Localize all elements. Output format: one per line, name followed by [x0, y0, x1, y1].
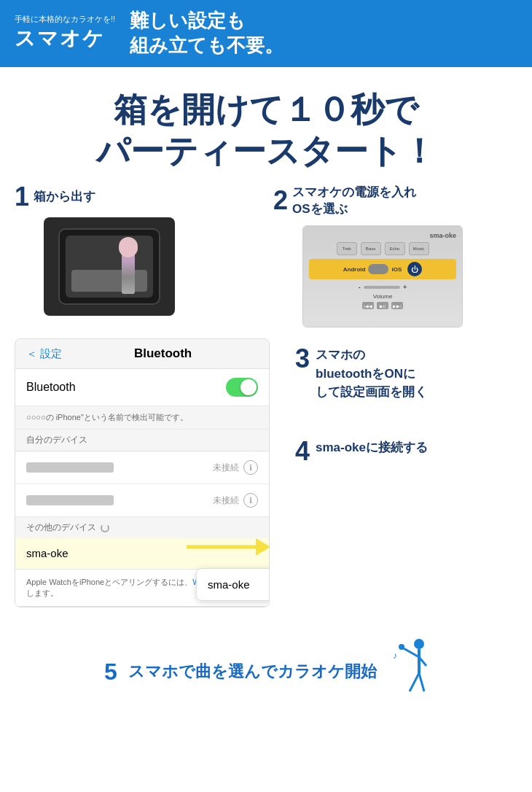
step2-label-line2: OSを選ぶ [292, 201, 416, 218]
ios-label: iOS [391, 266, 402, 273]
singer-silhouette: ♪ [391, 637, 428, 706]
svg-point-2 [414, 639, 424, 649]
header-tagline: 難しい設定も 組み立ても不要。 [130, 9, 283, 58]
scanning-spinner [101, 524, 109, 532]
step5-number: 5 [104, 660, 117, 683]
svg-line-4 [402, 648, 419, 657]
step3-label-line1: スマホの [316, 346, 427, 365]
hero-line1: 箱を開けて１０秒で [114, 90, 418, 128]
device1-info-icon[interactable]: ℹ [243, 460, 258, 475]
device2-right: 未接続 ℹ [213, 493, 258, 508]
toggle-knob [240, 379, 257, 395]
connected-device-name: sma-oke [208, 578, 270, 591]
my-devices-header: 自分のデバイス [15, 430, 269, 451]
step2-header: 2 スマオケの電源を入れ OSを選ぶ [273, 184, 416, 219]
page-header: 手軽に本格的なカラオケを!! スマオケ 難しい設定も 組み立ても不要。 [0, 0, 532, 67]
step3-label-line2: bluetoothをONに [316, 365, 427, 384]
bluetooth-screenshot: ＜ 設定 Bluetooth Bluetooth ○○○○の iPhone"とい… [15, 338, 270, 607]
bluetooth-title: Bluetooth [68, 346, 258, 361]
power-button[interactable]: ⏻ [407, 262, 422, 276]
step1-number: 1 [15, 184, 29, 210]
volume-label: Volume [309, 293, 456, 300]
svg-line-6 [410, 673, 419, 691]
step3-label-line3: して設定画面を開く [316, 383, 427, 402]
step2-label-line1: スマオケの電源を入れ [292, 184, 416, 201]
device2-name [26, 495, 114, 505]
logo-area: 手軽に本格的なカラオケを!! スマオケ [15, 14, 115, 53]
device2-status: 未接続 [213, 494, 239, 507]
hero-line2: パーティースタート！ [96, 132, 436, 170]
svg-text:♪: ♪ [393, 651, 397, 661]
yellow-arrow [183, 532, 270, 562]
step3-box: 3 スマホの bluetoothをONに して設定画面を開く [295, 346, 517, 402]
bluetooth-steps-section: ＜ 設定 Bluetooth Bluetooth ○○○○の iPhone"とい… [0, 338, 532, 615]
step1-label: 箱から出す [34, 188, 95, 206]
connected-popup: sma-oke 接続済み ℹ [196, 568, 270, 601]
hero-section: 箱を開けて１０秒で パーティースタート！ [0, 67, 532, 184]
device1-right: 未接続 ℹ [213, 460, 258, 475]
bass-button: Bass [361, 242, 381, 255]
speaker-device-image: sma-oke Treb Bass Echo Music Android iOS… [302, 225, 463, 327]
step5-label: スマホで曲を選んでカラオケ開始 [128, 661, 377, 683]
speaker-buttons: Treb Bass Echo Music [309, 242, 456, 255]
device-row-1: 未接続 ℹ [15, 451, 269, 484]
step5-row: 5 スマホで曲を選んでカラオケ開始 ♪ [0, 626, 532, 721]
os-switch-row: Android iOS ⏻ [309, 259, 456, 279]
device1-status: 未接続 [213, 462, 239, 474]
svg-point-8 [399, 644, 404, 650]
steps-3-4-column: 3 スマホの bluetoothをONに して設定画面を開く 4 sma-oke… [295, 338, 517, 465]
bluetooth-navbar: ＜ 設定 Bluetooth [15, 339, 269, 369]
other-devices-label: その他のデバイス [26, 521, 96, 534]
speaker-brand-label: sma-oke [309, 232, 456, 239]
step2-column: 2 スマオケの電源を入れ OSを選ぶ sma-oke Treb Bass Ech… [273, 184, 517, 328]
back-button[interactable]: ＜ 設定 [26, 347, 62, 361]
tagline-line2: 組み立ても不要。 [130, 34, 283, 56]
bluetooth-toggle[interactable] [226, 378, 258, 397]
device2-info-icon[interactable]: ℹ [243, 493, 258, 508]
step4-label: sma-okeに接続する [316, 438, 428, 457]
brand-logo: スマオケ [15, 25, 115, 53]
svg-line-7 [419, 673, 424, 691]
hero-text: 箱を開けて１０秒で パーティースタート！ [15, 89, 517, 173]
treb-button: Treb [337, 242, 357, 255]
os-toggle [368, 264, 388, 274]
device-row-2: 未接続 ℹ [15, 484, 269, 517]
tagline-line1: 難しい設定も [130, 9, 246, 31]
step4-number: 4 [295, 438, 310, 465]
steps-top-row: 1 箱から出す 2 スマオケの電源を入 [0, 184, 532, 328]
step3-number: 3 [295, 346, 310, 372]
bluetooth-toggle-row: Bluetooth [15, 369, 269, 406]
bluetooth-info-text: ○○○○の iPhone"という名前で検出可能です。 [15, 406, 269, 430]
bluetooth-label: Bluetooth [26, 381, 76, 394]
echo-button: Echo [385, 242, 405, 255]
music-button: Music [409, 242, 429, 255]
step2-number: 2 [273, 187, 288, 214]
android-label: Android [343, 266, 366, 273]
step4-box: 4 sma-okeに接続する [295, 438, 517, 465]
step1-column: 1 箱から出す [15, 184, 259, 316]
sma-oke-label: sma-oke [26, 547, 69, 559]
step1-header: 1 箱から出す [15, 184, 95, 210]
header-sub-label: 手軽に本格的なカラオケを!! [15, 14, 115, 25]
microphone-case-image [44, 217, 175, 316]
svg-marker-1 [256, 538, 270, 556]
device1-name [26, 462, 114, 473]
